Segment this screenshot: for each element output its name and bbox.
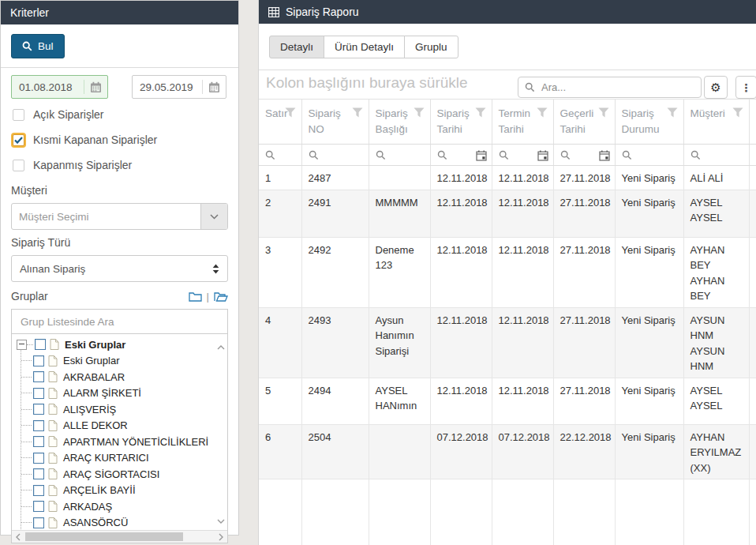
table-cell[interactable] bbox=[369, 166, 430, 190]
table-cell[interactable]: AYHAN BEY AYHAN BEY bbox=[683, 237, 749, 307]
table-cell[interactable]: 6 bbox=[259, 424, 301, 479]
tab-gruplu[interactable]: Gruplu bbox=[404, 36, 458, 58]
scroll-left-icon[interactable] bbox=[16, 533, 21, 541]
tree-item-row[interactable]: APARTMAN YÖNETİCİLİKLERİ bbox=[21, 434, 227, 450]
table-cell[interactable]: 12.11.2018 bbox=[492, 237, 553, 307]
table-cell[interactable]: 12.11.2018 bbox=[492, 378, 553, 424]
table-cell[interactable]: 2 bbox=[259, 190, 301, 237]
calendar-icon[interactable] bbox=[599, 150, 610, 161]
table-cell[interactable]: 3 bbox=[259, 237, 301, 307]
tree-item-row[interactable]: ALIŞVERİŞ bbox=[21, 401, 227, 418]
chevron-down-icon[interactable] bbox=[200, 204, 227, 229]
tree-node-label[interactable]: Eski Gruplar bbox=[63, 355, 120, 366]
column-filter-cell[interactable] bbox=[301, 145, 369, 166]
table-row[interactable]: 1248712.11.201812.11.201827.11.2018Yeni … bbox=[259, 166, 756, 190]
table-cell[interactable]: 27.11.2018 bbox=[553, 237, 615, 307]
grid-search-box[interactable] bbox=[518, 77, 702, 98]
tree-node-label[interactable]: AKRABALAR bbox=[63, 371, 125, 383]
column-header[interactable]: Sipariş Başlığı bbox=[369, 100, 430, 145]
table-cell[interactable]: 4 bbox=[259, 307, 301, 378]
column-header[interactable]: Müşteri bbox=[683, 100, 749, 145]
tree-item-row[interactable]: Eski Gruplar bbox=[21, 353, 227, 370]
tree-item-row[interactable]: AKRABALAR bbox=[21, 369, 227, 385]
checkbox-checked[interactable] bbox=[13, 134, 24, 146]
table-cell[interactable]: Yeni Sipariş bbox=[615, 166, 683, 190]
table-cell[interactable]: 27.11.2018 bbox=[553, 307, 615, 378]
scroll-down-icon[interactable] bbox=[217, 513, 225, 527]
table-cell[interactable]: 07.12.2018 bbox=[492, 424, 553, 479]
search-icon[interactable] bbox=[376, 150, 386, 160]
filter-icon[interactable] bbox=[352, 107, 363, 118]
grid-search-input[interactable] bbox=[540, 81, 694, 94]
column-header[interactable]: Sipariş Tarihi bbox=[430, 100, 492, 145]
order-filter-checkbox-row[interactable]: Kısmi Kapanan Siparişler bbox=[13, 133, 228, 146]
table-cell[interactable]: AYSEL AYSEL bbox=[683, 378, 749, 424]
table-cell[interactable]: 27.11.2018 bbox=[553, 190, 615, 237]
table-cell[interactable]: 12.11.2018 bbox=[430, 237, 492, 307]
tree-checkbox[interactable] bbox=[35, 339, 46, 350]
tree-node-label[interactable]: ARÇELİK BAYİİ bbox=[63, 484, 136, 496]
search-icon[interactable] bbox=[691, 150, 701, 160]
table-cell[interactable]: AYSUN HNM AYSUN HNM bbox=[683, 307, 749, 378]
tree-node-label[interactable]: ARAÇ KURTARICI bbox=[63, 452, 149, 464]
checkbox-unchecked[interactable] bbox=[13, 160, 24, 171]
tree-item-row[interactable]: ARAÇ SİGORTACISI bbox=[21, 466, 227, 483]
table-cell[interactable]: 12.11.2018 bbox=[492, 307, 553, 378]
table-row[interactable]: 22491MMMMM12.11.201812.11.201827.11.2018… bbox=[259, 190, 756, 237]
collapse-node-icon[interactable] bbox=[17, 340, 27, 350]
filter-icon[interactable] bbox=[414, 107, 425, 118]
tree-checkbox[interactable] bbox=[33, 420, 44, 431]
tree-checkbox[interactable] bbox=[33, 404, 44, 415]
column-filter-cell[interactable] bbox=[492, 145, 553, 166]
tree-node-label[interactable]: ALARM ŞİRKETİ bbox=[63, 387, 141, 399]
search-icon[interactable] bbox=[309, 150, 319, 160]
table-cell[interactable]: 2487 bbox=[301, 166, 369, 190]
find-button[interactable]: Bul bbox=[11, 34, 65, 58]
table-cell[interactable]: Yeni Sipariş bbox=[615, 190, 683, 237]
column-filter-cell[interactable] bbox=[615, 145, 683, 166]
column-header[interactable]: Sipariş NO bbox=[301, 100, 369, 145]
table-cell[interactable]: 12.11.2018 bbox=[430, 378, 492, 424]
group-search[interactable] bbox=[12, 310, 227, 334]
group-search-input[interactable] bbox=[19, 315, 220, 329]
column-header[interactable]: Satır bbox=[259, 100, 301, 145]
column-header[interactable]: Termin Tarihi bbox=[492, 100, 553, 145]
search-icon[interactable] bbox=[437, 150, 447, 160]
column-filter-cell[interactable] bbox=[553, 145, 615, 166]
column-filter-cell[interactable] bbox=[259, 145, 301, 166]
tree-checkbox[interactable] bbox=[33, 468, 44, 479]
tree-node-label[interactable]: ALIŞVERİŞ bbox=[63, 404, 116, 415]
settings-button[interactable]: ⚙︎ bbox=[704, 76, 728, 99]
order-filter-checkbox-row[interactable]: Açık Siparişler bbox=[13, 108, 228, 121]
table-cell[interactable]: 12.11.2018 bbox=[430, 190, 492, 237]
table-cell[interactable]: 12.11.2018 bbox=[492, 166, 553, 190]
tree-item-row[interactable]: ALLE DEKOR bbox=[21, 418, 227, 434]
filter-icon[interactable] bbox=[285, 107, 296, 118]
table-cell[interactable]: AYSEL AYSEL bbox=[683, 190, 749, 237]
tree-item-row[interactable]: ARÇELİK BAYİİ bbox=[21, 483, 227, 499]
table-cell[interactable]: Yeni Sipariş bbox=[615, 307, 683, 378]
calendar-icon[interactable] bbox=[84, 81, 107, 93]
scrollbar-thumb[interactable] bbox=[25, 532, 183, 541]
table-cell[interactable] bbox=[369, 424, 430, 479]
date-from-input[interactable]: 01.08.2018 bbox=[11, 75, 108, 99]
table-row[interactable]: 42493Aysun Hanımın Siparişi12.11.201812.… bbox=[259, 307, 756, 378]
column-filter-cell[interactable] bbox=[430, 145, 492, 166]
order-type-select[interactable]: Alınan Sipariş bbox=[11, 255, 228, 282]
tree-item-row[interactable]: ASANSÖRCÜ bbox=[21, 515, 227, 531]
table-cell[interactable]: 1 bbox=[259, 166, 301, 190]
table-cell[interactable]: 12.11.2018 bbox=[430, 307, 492, 378]
table-cell[interactable]: Aysun Hanımın Siparişi bbox=[369, 307, 430, 378]
collapse-folders-icon[interactable] bbox=[189, 291, 202, 302]
calendar-icon[interactable] bbox=[537, 150, 548, 161]
search-icon[interactable] bbox=[265, 150, 275, 160]
table-cell[interactable]: 27.11.2018 bbox=[553, 166, 615, 190]
tree-node-label[interactable]: ASANSÖRCÜ bbox=[63, 517, 128, 528]
table-cell[interactable]: Yeni Sipariş bbox=[615, 378, 683, 424]
tree-node-label[interactable]: ALLE DEKOR bbox=[63, 419, 128, 431]
date-to-input[interactable]: 29.05.2019 bbox=[132, 75, 226, 99]
column-filter-cell[interactable] bbox=[683, 145, 749, 166]
table-cell[interactable]: 07.12.2018 bbox=[430, 424, 492, 479]
column-filter-cell[interactable] bbox=[369, 145, 430, 166]
tree-node-label[interactable]: ARKADAŞ bbox=[63, 501, 112, 513]
